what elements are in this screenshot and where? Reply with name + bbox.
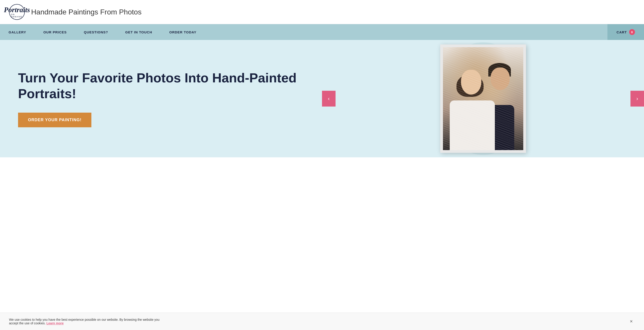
site-header: Portraits ON DEMAND Handmade Paintings F… [0, 0, 644, 24]
logo-demand: ON DEMAND [11, 13, 23, 18]
logo-area: Portraits ON DEMAND Handmade Paintings F… [9, 4, 142, 20]
nav-get-in-touch[interactable]: GET IN TOUCH [117, 24, 161, 40]
cart-badge: 0 [629, 29, 635, 35]
nav-questions[interactable]: QUESTIONS? [75, 24, 117, 40]
nav-gallery[interactable]: GALLERY [0, 24, 35, 40]
cart-label: CART [616, 30, 627, 34]
logo-circle: Portraits ON DEMAND [9, 4, 25, 20]
hero-image-area: ‹ › [322, 40, 644, 157]
nav-our-prices[interactable]: OUR PRICES [35, 24, 75, 40]
carousel-next-button[interactable]: › [630, 91, 644, 106]
hero-section: Turn Your Favorite Photos Into Hand-Pain… [0, 40, 644, 157]
navbar: GALLERY OUR PRICES QUESTIONS? GET IN TOU… [0, 24, 644, 40]
hero-text: Turn Your Favorite Photos Into Hand-Pain… [0, 56, 322, 141]
painting-frame [440, 44, 526, 153]
hero-title: Turn Your Favorite Photos Into Hand-Pain… [18, 70, 304, 101]
carousel-prev-button[interactable]: ‹ [322, 91, 336, 106]
painting-inner [443, 47, 523, 150]
header-tagline: Handmade Paintings From Photos [31, 8, 142, 16]
logo-script: Portraits [4, 6, 30, 13]
veil-overlay [443, 47, 523, 150]
nav-order-today[interactable]: ORDER TODAY [161, 24, 205, 40]
order-painting-button[interactable]: ORDER YOUR PAINTING! [18, 113, 92, 127]
nav-cart[interactable]: CART 0 [608, 24, 644, 40]
